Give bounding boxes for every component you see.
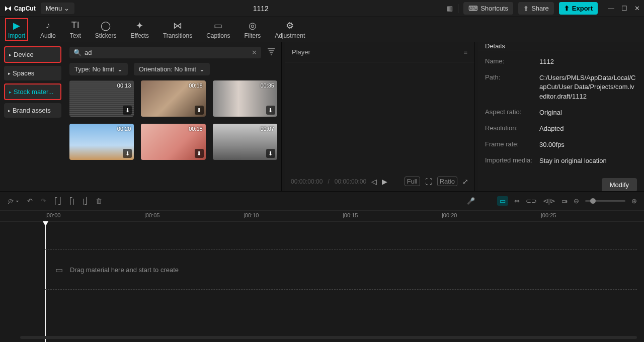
chain-icon[interactable]: ⊂⊃ <box>526 197 537 205</box>
tab-captions[interactable]: ▭Captions <box>204 19 232 40</box>
type-dropdown[interactable]: Type: No limit⌄ <box>69 63 128 75</box>
crop-icon[interactable]: ⛶ <box>425 178 432 186</box>
preview-icon[interactable]: ▭̵ <box>561 197 568 205</box>
mic-icon[interactable]: 🎤 <box>467 197 475 205</box>
close-icon[interactable]: ✕ <box>634 5 640 12</box>
delete-icon[interactable]: 🗑 <box>96 197 102 205</box>
search-input[interactable] <box>85 49 249 56</box>
tab-text[interactable]: TIText <box>68 19 83 40</box>
export-icon: ⬆ <box>564 5 570 12</box>
duration-badge: 00:18 <box>189 126 203 132</box>
minimize-icon[interactable]: — <box>608 5 614 12</box>
keyboard-icon: ⌨ <box>468 5 478 12</box>
ruler-tick: |00:00 <box>45 212 60 218</box>
split-left-icon[interactable]: ⎡| <box>69 197 74 205</box>
tab-adjustment[interactable]: ⚙Adjustment <box>273 19 307 40</box>
sidebar-item-device[interactable]: ▸ Device <box>4 46 61 63</box>
detail-label: Imported media: <box>485 156 539 165</box>
media-thumb-1[interactable]: 00:13⬇ <box>69 80 134 117</box>
export-button[interactable]: ⬆ Export <box>559 2 598 15</box>
zoom-out-icon[interactable]: ⊖ <box>574 197 579 205</box>
ruler-tick: |00:05 <box>144 212 159 218</box>
split-right-icon[interactable]: |⎦ <box>83 197 88 205</box>
tab-filters[interactable]: ◎Filters <box>243 19 263 40</box>
snap-icon[interactable]: ▭ <box>497 196 508 206</box>
search-icon: 🔍 <box>73 49 82 56</box>
triangle-icon: ▸ <box>8 108 11 113</box>
maximize-icon[interactable]: ☐ <box>621 5 627 12</box>
share-icon: ⇪ <box>523 5 529 12</box>
tab-stickers[interactable]: ◯Stickers <box>93 19 119 40</box>
zoom-slider[interactable] <box>585 200 625 202</box>
triangle-icon: ▸ <box>8 71 11 76</box>
media-thumb-4[interactable]: 00:20⬇ <box>69 124 134 160</box>
undo-icon[interactable]: ↶ <box>27 197 33 205</box>
media-thumb-6[interactable]: 00:07⬇ <box>213 124 277 160</box>
download-icon[interactable]: ⬇ <box>123 106 132 115</box>
search-input-wrap[interactable]: 🔍 ✕ <box>69 47 261 58</box>
sidebar-item-spaces[interactable]: ▸ Spaces <box>4 66 61 80</box>
full-button[interactable]: Full <box>405 177 420 186</box>
play-icon[interactable]: ▶ <box>382 178 387 186</box>
detail-value: C:/Users/PMLS/AppData/Local/CapCut/User … <box>539 73 637 101</box>
player-menu-icon[interactable]: ≡ <box>463 48 467 56</box>
import-icon: ▶ <box>13 20 20 31</box>
tab-effects[interactable]: ✦Effects <box>128 19 150 40</box>
triangle-icon: ▸ <box>9 90 12 95</box>
filter-icon[interactable] <box>265 46 277 59</box>
ruler-tick: |00:20 <box>442 212 457 218</box>
detail-label: Aspect ratio: <box>485 108 539 117</box>
align-icon[interactable]: ⊲|⊳ <box>543 197 555 205</box>
download-icon[interactable]: ⬇ <box>195 106 204 115</box>
tab-import[interactable]: ▶Import <box>5 18 28 41</box>
detail-value: Original <box>539 108 637 117</box>
sidebar-item-brand-assets[interactable]: ▸ Brand assets <box>4 103 61 118</box>
player-title: Player <box>292 48 310 56</box>
menu-button[interactable]: Menu ⌄ <box>41 3 75 14</box>
media-thumb-2[interactable]: 00:18⬇ <box>141 80 205 117</box>
zoom-in-icon[interactable]: ⊕ <box>631 197 637 205</box>
prev-frame-icon[interactable]: ◁ <box>371 178 377 186</box>
download-icon[interactable]: ⬇ <box>266 149 275 158</box>
logo-icon <box>4 5 12 13</box>
clear-icon[interactable]: ✕ <box>252 49 257 56</box>
split-icon[interactable]: ⎡⎦ <box>54 197 61 205</box>
download-icon[interactable]: ⬇ <box>266 106 275 115</box>
shortcuts-button[interactable]: ⌨ Shortcuts <box>463 2 513 15</box>
link-icon[interactable]: ⇔ <box>514 197 520 205</box>
download-icon[interactable]: ⬇ <box>123 149 132 158</box>
tab-audio[interactable]: ♪Audio <box>38 19 58 40</box>
expand-icon[interactable]: ⤢ <box>462 178 468 186</box>
media-thumb-5[interactable]: 00:18⬇ <box>141 124 205 160</box>
duration-badge: 00:07 <box>260 126 274 132</box>
captions-icon: ▭ <box>214 20 222 31</box>
orientation-dropdown[interactable]: Orientation: No limit⌄ <box>134 63 210 75</box>
ruler-tick: |00:15 <box>343 212 358 218</box>
media-thumb-3[interactable]: 00:35⬇ <box>213 80 277 117</box>
time-total: 00:00:00:00 <box>335 178 366 185</box>
project-title: 1112 <box>74 5 447 13</box>
triangle-icon: ▸ <box>9 52 12 57</box>
download-icon[interactable]: ⬇ <box>195 149 204 158</box>
magnet-icon[interactable]: ⌮ ▾ <box>7 197 19 205</box>
sidebar-item-stock-mater-[interactable]: ▸ Stock mater... <box>4 83 61 100</box>
app-logo: CapCut <box>4 5 36 13</box>
main-tabs: ▶Import♪AudioTIText◯Stickers✦Effects⋈Tra… <box>0 17 644 42</box>
effects-icon: ✦ <box>136 20 143 31</box>
modify-button[interactable]: Modify <box>602 178 637 192</box>
timeline-drop-area[interactable]: ▭ Drag material here and start to create <box>45 249 637 290</box>
adjustment-icon: ⚙ <box>286 20 294 31</box>
detail-value: 30.00fps <box>539 140 637 149</box>
redo-icon[interactable]: ↷ <box>41 197 46 205</box>
time-current: 00:00:00:00 <box>291 178 323 185</box>
layout-icon[interactable]: ▥ <box>447 5 453 12</box>
timeline-scrollbar[interactable] <box>20 336 637 339</box>
drop-hint: Drag material here and start to create <box>70 266 179 274</box>
detail-value: Stay in original location <box>539 156 637 165</box>
detail-label: Frame rate: <box>485 140 539 149</box>
detail-value: Adapted <box>539 124 637 133</box>
duration-badge: 00:13 <box>117 82 131 89</box>
ratio-button[interactable]: Ratio <box>437 177 457 186</box>
share-button[interactable]: ⇪ Share <box>518 2 554 15</box>
tab-transitions[interactable]: ⋈Transitions <box>161 19 194 40</box>
